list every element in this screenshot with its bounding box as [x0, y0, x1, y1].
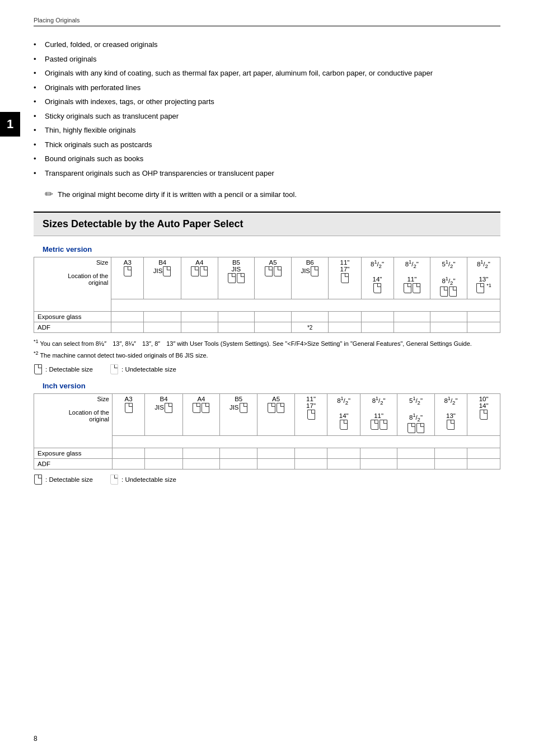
metric-table: Size Location of theoriginal A3 B4JIS A4… [34, 257, 500, 333]
inch-eg-81-13 [434, 448, 467, 459]
page-header: Placing Originals [34, 17, 500, 26]
paper-icon [191, 266, 199, 276]
list-item: Originals with any kind of coating, such… [34, 66, 500, 81]
exposure-glass-row-label [111, 299, 500, 312]
adf-b4 [144, 322, 181, 333]
inch-sub-heading: Inch version [43, 382, 500, 390]
paper-icon [341, 273, 349, 283]
adf-a4 [181, 322, 218, 333]
inch-adf-11 [294, 459, 327, 469]
eg-b5 [218, 312, 255, 322]
paper-icon [404, 283, 411, 293]
inch-col-a4: A4 [182, 393, 219, 435]
exposure-glass-cell: Exposure glass [34, 312, 111, 322]
paper-icon [449, 287, 457, 297]
paper-icon [311, 266, 318, 276]
legend-detectable-item: : Detectable size [34, 364, 93, 375]
paper-icon [277, 403, 284, 413]
paper-icon [371, 420, 378, 430]
paper-icon [202, 403, 209, 413]
footnote-2: *2 The machine cannot detect two-sided o… [34, 349, 500, 360]
list-item: Originals with indexes, tags, or other p… [34, 95, 500, 109]
legend-undetectable-text: : Undetectable size [121, 366, 176, 373]
inch-spacer [112, 436, 500, 448]
adf-b6: *2 [291, 322, 329, 333]
inch-eg-b4 [145, 448, 182, 459]
footnote1-text: You can select from 8¹⁄₂″ 13″, 8¹⁄₄″ 13″… [40, 340, 472, 347]
col-a5: A5 [255, 257, 292, 299]
paper-icon [447, 420, 455, 430]
inch-eg-b5 [220, 448, 257, 459]
note-text: The original might become dirty if it is… [58, 189, 297, 200]
eg-b4 [144, 312, 181, 322]
section-heading: Sizes Detectable by the Auto Paper Selec… [34, 212, 500, 236]
metric-sub-heading: Metric version [43, 245, 500, 253]
list-item: Curled, folded, or creased originals [34, 37, 500, 52]
col-b4: B4JIS [144, 257, 181, 299]
inch-col-a5: A5 [257, 393, 294, 435]
metric-heading-text: Metric version [43, 245, 92, 253]
legend-paper-icon-undetect [110, 364, 118, 374]
inch-eg-a5 [257, 448, 294, 459]
col-81-13: 81/2"13" *1 [467, 257, 500, 299]
bullet-list: Curled, folded, or creased originals Pas… [34, 37, 500, 180]
inch-col-51: 51/2"81/2" [397, 393, 434, 435]
list-item: Originals with perforated lines [34, 81, 500, 95]
inch-col-81-13: 81/2"13" [434, 393, 467, 435]
inch-table-row-header: SizeLocation of theoriginal A3 B4JIS A4 … [34, 393, 500, 435]
col-a4: A4 [181, 257, 218, 299]
paper-icon [440, 287, 448, 297]
footnote-1: *1 You can select from 8¹⁄₂″ 13″, 8¹⁄₄″ … [34, 337, 500, 349]
page-number: 8 [34, 735, 38, 743]
inch-col-11-17: 11"17" [294, 393, 327, 435]
inch-col-b4: B4JIS [145, 393, 182, 435]
inch-heading-text: Inch version [43, 382, 86, 390]
list-item: Transparent originals such as OHP transp… [34, 166, 500, 181]
col-51: 51/2"81/2" [430, 257, 467, 299]
star2-note: *2 [307, 325, 312, 331]
legend-detectable-text: : Detectable size [45, 366, 93, 373]
inch-adf-81-13 [434, 459, 467, 469]
paper-icon [340, 420, 348, 430]
paper-icon [274, 266, 282, 276]
inch-adf-81-11 [360, 459, 397, 469]
inch-size-label: SizeLocation of theoriginal [34, 393, 113, 448]
inch-adf-10-14 [467, 459, 500, 469]
inch-eg-11 [294, 448, 327, 459]
chapter-number: 1 [7, 117, 13, 132]
inch-col-a3: A3 [112, 393, 145, 435]
legend-inch: : Detectable size : Undetectable size [34, 474, 500, 485]
list-item: Thin, highly flexible originals [34, 123, 500, 138]
pencil-icon: ✏ [45, 188, 53, 200]
inch-adf-row: ADF [34, 459, 500, 469]
legend-undetectable-item: : Undetectable size [110, 364, 176, 375]
paper-icon [193, 403, 200, 413]
table-row-adf: ADF *2 [34, 322, 500, 333]
adf-81-13 [467, 322, 500, 333]
inch-eg-51 [397, 448, 434, 459]
col-b5: B5JIS [218, 257, 255, 299]
list-item: Thick originals such as postcards [34, 138, 500, 152]
header-text: Placing Originals [34, 17, 80, 24]
size-label-cell: Size Location of theoriginal [34, 257, 111, 312]
inch-eg-a4 [182, 448, 219, 459]
col-11-17: 11"17" [329, 257, 361, 299]
inch-col-b5: B5JIS [220, 393, 257, 435]
paper-icon [200, 266, 208, 276]
paper-icon [163, 266, 171, 276]
paper-icon [373, 283, 381, 293]
paper-icon [416, 423, 424, 433]
inch-adf-51 [397, 459, 434, 469]
inch-adf-b4 [145, 459, 182, 469]
inch-table: SizeLocation of theoriginal A3 B4JIS A4 … [34, 393, 500, 469]
adf-51 [430, 322, 467, 333]
inch-adf-a3 [112, 459, 145, 469]
paper-icon [413, 283, 420, 293]
adf-a5 [255, 322, 292, 333]
eg-b6 [291, 312, 329, 322]
adf-81-11 [394, 322, 430, 333]
eg-81-11 [394, 312, 430, 322]
inch-col-10-14: 10"14" [467, 393, 500, 435]
adf-b5 [218, 322, 255, 333]
paper-icon [228, 273, 236, 283]
